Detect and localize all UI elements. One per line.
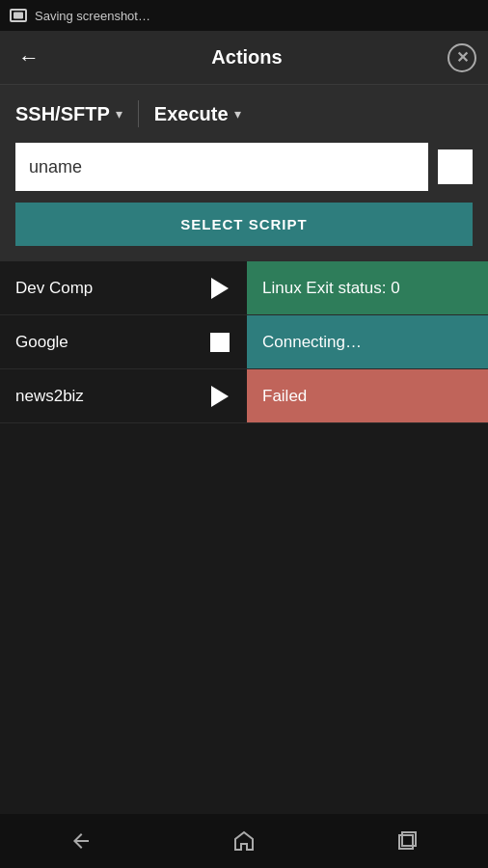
play-icon <box>211 278 229 299</box>
stop-icon <box>210 333 230 352</box>
result-row: Dev Comp Linux Exit status: 0 <box>0 261 488 315</box>
recents-icon <box>395 829 419 853</box>
back-button[interactable]: ← <box>12 41 46 75</box>
back-icon <box>69 829 93 853</box>
ssh-sftp-dropdown[interactable]: SSH/SFTP ▾ <box>15 103 122 125</box>
input-row <box>15 143 473 191</box>
dropdowns-row: SSH/SFTP ▾ Execute ▾ <box>15 100 473 127</box>
home-icon <box>232 829 256 853</box>
result-status: Failed <box>247 369 488 422</box>
select-script-button[interactable]: SELECT SCRIPT <box>15 203 473 246</box>
execute-label: Execute <box>154 103 229 125</box>
result-row: news2biz Failed <box>0 369 488 423</box>
stop-action-button[interactable] <box>193 315 247 368</box>
close-button[interactable]: ✕ <box>447 43 476 72</box>
result-status: Linux Exit status: 0 <box>247 261 488 314</box>
result-name: news2biz <box>0 369 193 422</box>
nav-back-button[interactable] <box>52 822 110 860</box>
nav-recents-button[interactable] <box>378 822 436 860</box>
result-name: Dev Comp <box>0 261 193 314</box>
result-status: Connecting… <box>247 315 488 368</box>
play-icon <box>211 386 229 407</box>
header: ← Actions ✕ <box>0 31 488 85</box>
content-area: SSH/SFTP ▾ Execute ▾ SELECT SCRIPT <box>0 85 488 261</box>
result-name: Google <box>0 315 193 368</box>
execute-arrow: ▾ <box>234 106 241 122</box>
results-list: Dev Comp Linux Exit status: 0 Google Con… <box>0 261 488 423</box>
stop-button[interactable] <box>438 149 473 184</box>
status-bar: Saving screenshot… <box>0 0 488 31</box>
page-title: Actions <box>211 46 282 68</box>
play-button[interactable] <box>193 369 247 422</box>
result-row: Google Connecting… <box>0 315 488 369</box>
dropdown-divider <box>138 100 139 127</box>
play-button[interactable] <box>193 261 247 314</box>
screenshot-icon <box>10 9 27 22</box>
ssh-sftp-label: SSH/SFTP <box>15 103 110 125</box>
status-bar-text: Saving screenshot… <box>35 9 150 23</box>
nav-home-button[interactable] <box>215 822 273 860</box>
ssh-sftp-arrow: ▾ <box>116 106 122 122</box>
command-input[interactable] <box>15 143 428 191</box>
bottom-nav <box>0 814 488 868</box>
execute-dropdown[interactable]: Execute ▾ <box>154 103 241 125</box>
